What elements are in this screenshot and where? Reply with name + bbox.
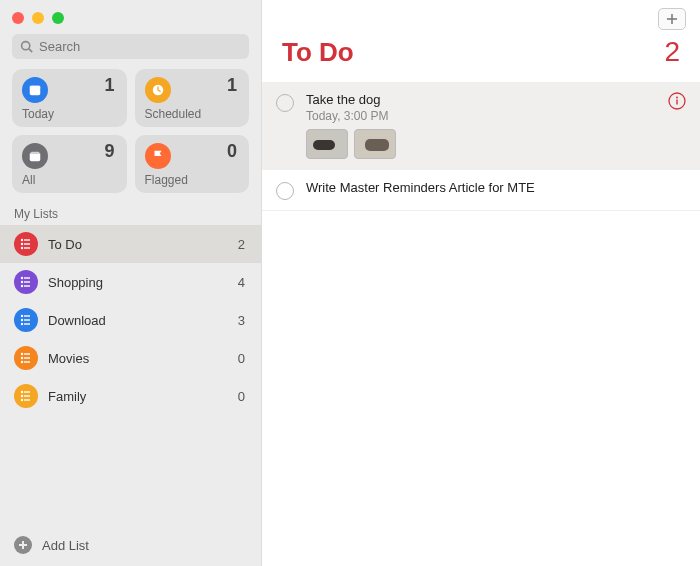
smart-label: Scheduled — [145, 107, 202, 121]
svg-point-11 — [21, 277, 23, 279]
list-row-to-do[interactable]: To Do2 — [0, 225, 261, 263]
list-title: To Do — [282, 37, 354, 68]
today-icon — [22, 77, 48, 103]
list-count: 2 — [664, 36, 680, 68]
my-lists: To Do2Shopping4Download3Movies0Family0 — [0, 225, 261, 524]
add-list-label: Add List — [42, 538, 89, 553]
svg-rect-14 — [24, 281, 30, 282]
svg-rect-6 — [24, 239, 30, 240]
close-window-button[interactable] — [12, 12, 24, 24]
svg-rect-20 — [24, 319, 30, 320]
svg-point-36 — [676, 97, 678, 99]
svg-point-9 — [21, 247, 23, 249]
svg-point-29 — [21, 391, 23, 393]
list-count: 4 — [238, 275, 247, 290]
info-icon[interactable] — [668, 92, 686, 110]
svg-rect-34 — [24, 399, 30, 400]
scheduled-icon — [145, 77, 171, 103]
list-row-download[interactable]: Download3 — [0, 301, 261, 339]
svg-rect-26 — [24, 357, 30, 358]
reminder-item[interactable]: Take the dogToday, 3:00 PM — [262, 82, 700, 170]
list-row-movies[interactable]: Movies0 — [0, 339, 261, 377]
all-icon — [22, 143, 48, 169]
list-icon — [14, 232, 38, 256]
toolbar — [262, 0, 700, 30]
list-name: Shopping — [48, 275, 228, 290]
list-icon — [14, 384, 38, 408]
smart-label: Flagged — [145, 173, 188, 187]
list-name: To Do — [48, 237, 228, 252]
svg-point-25 — [21, 357, 23, 359]
smart-list-flagged[interactable]: 0Flagged — [135, 135, 250, 193]
svg-rect-32 — [24, 395, 30, 396]
list-count: 0 — [238, 389, 247, 404]
my-lists-header: My Lists — [0, 203, 261, 225]
list-name: Family — [48, 389, 228, 404]
main-pane: To Do 2 Take the dogToday, 3:00 PMWrite … — [262, 0, 700, 566]
sidebar: 1Today1Scheduled9All0Flagged My Lists To… — [0, 0, 262, 566]
reminder-title: Take the dog — [306, 92, 684, 107]
svg-point-27 — [21, 361, 23, 363]
smart-count: 9 — [104, 141, 114, 162]
svg-point-5 — [21, 239, 23, 241]
svg-point-0 — [22, 42, 30, 50]
svg-rect-37 — [676, 100, 677, 105]
attachment-thumbnails — [306, 129, 684, 159]
list-count: 0 — [238, 351, 247, 366]
add-list-button[interactable]: Add List — [0, 524, 261, 566]
svg-point-13 — [21, 281, 23, 283]
svg-point-19 — [21, 319, 23, 321]
svg-rect-16 — [24, 285, 30, 286]
svg-line-1 — [29, 49, 32, 52]
minimize-window-button[interactable] — [32, 12, 44, 24]
svg-rect-28 — [24, 361, 30, 362]
list-row-family[interactable]: Family0 — [0, 377, 261, 415]
reminder-time: Today, 3:00 PM — [306, 109, 684, 123]
svg-point-23 — [21, 353, 23, 355]
window-controls — [0, 0, 261, 34]
smart-count: 0 — [227, 141, 237, 162]
svg-rect-8 — [24, 243, 30, 244]
attachment-thumbnail[interactable] — [306, 129, 348, 159]
svg-point-17 — [21, 315, 23, 317]
smart-lists-grid: 1Today1Scheduled9All0Flagged — [0, 69, 261, 203]
svg-point-7 — [21, 243, 23, 245]
smart-list-today[interactable]: 1Today — [12, 69, 127, 127]
smart-label: All — [22, 173, 35, 187]
reminder-items: Take the dogToday, 3:00 PMWrite Master R… — [262, 82, 700, 566]
list-name: Movies — [48, 351, 228, 366]
smart-label: Today — [22, 107, 54, 121]
complete-checkbox[interactable] — [276, 182, 294, 200]
list-icon — [14, 346, 38, 370]
flagged-icon — [145, 143, 171, 169]
smart-list-all[interactable]: 9All — [12, 135, 127, 193]
plus-icon — [14, 536, 32, 554]
list-icon — [14, 308, 38, 332]
reminder-item[interactable]: Write Master Reminders Article for MTE — [262, 170, 700, 211]
smart-list-scheduled[interactable]: 1Scheduled — [135, 69, 250, 127]
maximize-window-button[interactable] — [52, 12, 64, 24]
list-count: 2 — [238, 237, 247, 252]
svg-rect-12 — [24, 277, 30, 278]
svg-rect-3 — [30, 86, 41, 89]
search-input-wrapper[interactable] — [12, 34, 249, 59]
svg-point-21 — [21, 323, 23, 325]
svg-rect-18 — [24, 315, 30, 316]
svg-rect-30 — [24, 391, 30, 392]
search-icon — [20, 40, 33, 53]
list-icon — [14, 270, 38, 294]
list-count: 3 — [238, 313, 247, 328]
complete-checkbox[interactable] — [276, 94, 294, 112]
smart-count: 1 — [227, 75, 237, 96]
add-reminder-button[interactable] — [658, 8, 686, 30]
smart-count: 1 — [104, 75, 114, 96]
list-name: Download — [48, 313, 228, 328]
title-row: To Do 2 — [262, 30, 700, 82]
reminder-title: Write Master Reminders Article for MTE — [306, 180, 684, 195]
search-input[interactable] — [39, 39, 241, 54]
attachment-thumbnail[interactable] — [354, 129, 396, 159]
list-row-shopping[interactable]: Shopping4 — [0, 263, 261, 301]
svg-point-15 — [21, 285, 23, 287]
svg-rect-24 — [24, 353, 30, 354]
svg-point-31 — [21, 395, 23, 397]
